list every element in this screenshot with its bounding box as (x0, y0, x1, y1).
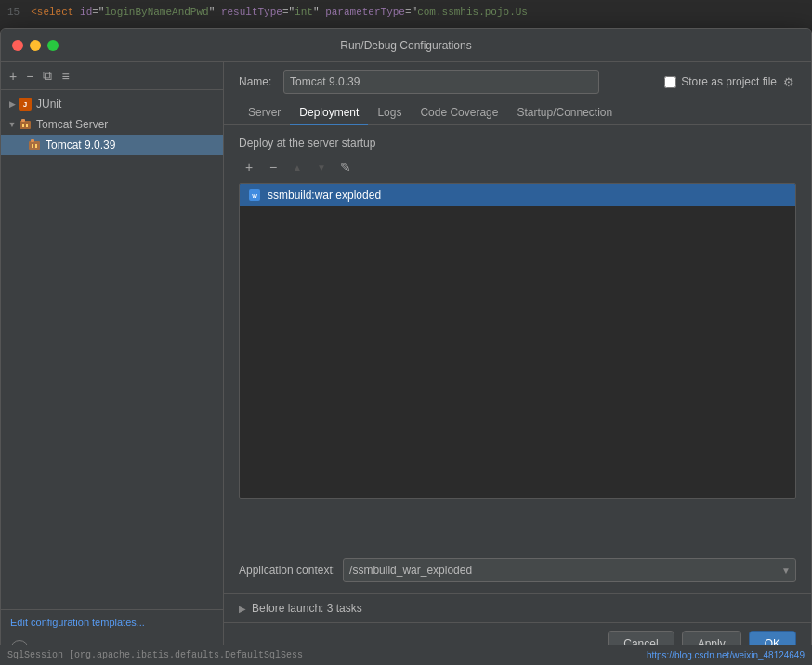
code-strip: 15 <select id="loginByNameAndPwd" result… (0, 0, 812, 23)
svg-rect-0 (20, 121, 31, 129)
deploy-add-button[interactable]: + (239, 157, 259, 177)
svg-rect-4 (29, 141, 40, 150)
deploy-up-button[interactable]: ▲ (287, 157, 308, 177)
code-content: <select id="loginByNameAndPwd" resultTyp… (31, 7, 528, 18)
tomcat-server-icon (18, 117, 33, 132)
tab-deployment[interactable]: Deployment (290, 101, 368, 125)
sidebar-footer: Edit configuration templates... (1, 609, 223, 634)
close-button[interactable] (12, 40, 23, 51)
name-label: Name: (239, 75, 276, 88)
svg-rect-2 (22, 124, 24, 127)
tomcat-server-label: Tomcat Server (36, 118, 217, 131)
deploy-down-button[interactable]: ▼ (311, 157, 332, 177)
svg-rect-5 (31, 139, 34, 142)
tab-code-coverage[interactable]: Code Coverage (411, 101, 507, 125)
deploy-section: Deploy at the server startup + − ▲ ▼ ✎ (239, 137, 796, 549)
name-row: Name: Store as project file ⚙ (224, 62, 811, 101)
move-config-button[interactable]: ≡ (59, 68, 72, 85)
before-launch-arrow-icon: ▶ (239, 604, 246, 614)
tab-startup[interactable]: Startup/Connection (507, 101, 622, 125)
deploy-toolbar: + − ▲ ▼ ✎ (239, 157, 796, 177)
status-bar: SqlSession [org.apache.ibatis.defaults.D… (0, 645, 812, 665)
svg-rect-7 (35, 144, 37, 148)
sidebar-toolbar: + − ⧉ ≡ (1, 62, 223, 90)
window-controls (12, 40, 59, 51)
deploy-remove-button[interactable]: − (263, 157, 283, 177)
copy-config-button[interactable]: ⧉ (40, 67, 55, 85)
tab-server[interactable]: Server (239, 101, 290, 125)
run-debug-dialog: Run/Debug Configurations + − ⧉ ≡ ▶ J JUn… (0, 28, 812, 665)
junit-arrow: ▶ (7, 98, 18, 110)
edit-templates-link[interactable]: Edit configuration templates... (10, 617, 145, 628)
sidebar-item-junit[interactable]: ▶ J JUnit (1, 94, 223, 114)
remove-config-button[interactable]: − (23, 68, 36, 85)
sidebar-item-tomcat-server[interactable]: ▼ Tomcat Server (1, 114, 223, 135)
store-checkbox[interactable] (664, 76, 676, 88)
tomcat-server-arrow: ▼ (7, 119, 18, 130)
app-context-label: Application context: (239, 564, 335, 577)
deploy-edit-button[interactable]: ✎ (335, 157, 356, 177)
app-context-row: Application context: /ssmbuild_war_explo… (239, 558, 796, 582)
content-area: Name: Store as project file ⚙ Server Dep… (224, 62, 811, 664)
svg-rect-1 (21, 119, 25, 122)
store-label: Store as project file (681, 75, 777, 88)
tomcat-instance-icon (27, 137, 42, 152)
status-text-right: https://blog.csdn.net/weixin_48124649 (647, 650, 805, 660)
gear-icon-button[interactable]: ⚙ (781, 75, 796, 89)
junit-icon: J (18, 97, 33, 111)
svg-text:W: W (252, 193, 257, 199)
name-input[interactable] (283, 70, 599, 94)
app-context-select-wrapper: /ssmbuild_war_exploded ▼ (343, 558, 796, 582)
deployment-panel: Deploy at the server startup + − ▲ ▼ ✎ (224, 125, 811, 593)
line-number: 15 (7, 7, 20, 18)
svg-rect-3 (26, 124, 28, 127)
store-checkbox-area: Store as project file ⚙ (664, 75, 796, 89)
title-bar: Run/Debug Configurations (1, 29, 811, 62)
junit-label: JUnit (36, 98, 217, 111)
deploy-item[interactable]: W ssmbuild:war exploded (240, 184, 795, 206)
dialog-title: Run/Debug Configurations (340, 39, 471, 52)
tab-logs[interactable]: Logs (368, 101, 411, 125)
minimize-button[interactable] (30, 40, 41, 51)
maximize-button[interactable] (47, 40, 59, 51)
war-icon: W (247, 188, 262, 202)
deploy-list: W ssmbuild:war exploded (239, 183, 796, 499)
dialog-body: + − ⧉ ≡ ▶ J JUnit ▼ (1, 62, 811, 664)
tabs-row: Server Deployment Logs Code Coverage Sta… (224, 101, 811, 125)
sidebar-tree: ▶ J JUnit ▼ (1, 90, 223, 609)
tomcat-instance-label: Tomcat 9.0.39 (46, 138, 217, 151)
before-launch-row[interactable]: ▶ Before launch: 3 tasks (224, 593, 811, 622)
sidebar: + − ⧉ ≡ ▶ J JUnit ▼ (1, 62, 224, 664)
before-launch-label: Before launch: 3 tasks (252, 602, 362, 615)
svg-rect-6 (32, 144, 33, 148)
deploy-item-label: ssmbuild:war exploded (268, 189, 381, 202)
app-context-select[interactable]: /ssmbuild_war_exploded (343, 558, 796, 582)
sidebar-item-tomcat-instance[interactable]: Tomcat 9.0.39 (1, 135, 223, 155)
add-config-button[interactable]: + (7, 68, 20, 85)
deploy-title: Deploy at the server startup (239, 137, 796, 150)
status-text-left: SqlSession [org.apache.ibatis.defaults.D… (7, 650, 303, 660)
